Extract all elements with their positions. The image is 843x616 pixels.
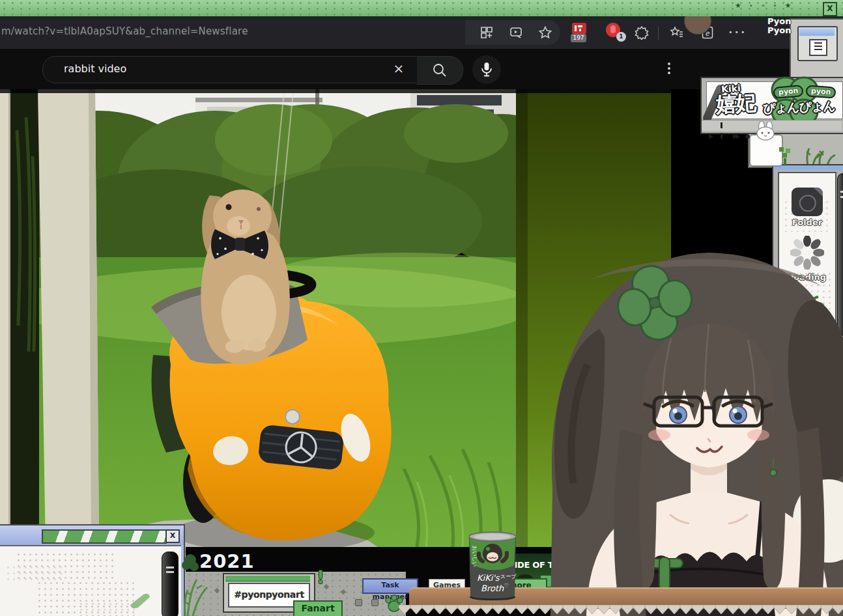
search-clear-icon[interactable]: × xyxy=(390,60,408,78)
fanart-button[interactable]: Fanart xyxy=(293,600,343,616)
browser-menu-icon[interactable]: ••• xyxy=(728,28,747,36)
overlay-panel-top xyxy=(790,18,843,79)
browser-toolbar: m/watch?v=tlblA0apSUY&ab_channel=Newsfla… xyxy=(0,16,843,49)
vine-decoration xyxy=(181,546,211,616)
web-capture-icon[interactable] xyxy=(509,25,523,40)
mini-window-titlebar xyxy=(799,28,835,36)
kikis-broth-can: おいしい KiKi's Broth スープ ♡ xyxy=(466,531,519,602)
ascii-window-scrollbar[interactable] xyxy=(162,552,179,616)
play-icon[interactable]: ▶ xyxy=(709,133,713,139)
notification-badge: 1 xyxy=(616,32,626,42)
split-screen-icon[interactable] xyxy=(479,25,494,40)
sidebar-scrollbar[interactable] xyxy=(837,173,843,376)
address-bar[interactable]: m/watch?v=tlblA0apSUY&ab_channel=Newsfla… xyxy=(1,25,248,37)
adblock-extension-icon[interactable] xyxy=(572,23,586,34)
logo-panel: Kiki 嬉妃 ぴょんぴょん pyon pyon xyxy=(706,81,843,119)
search-icon xyxy=(432,63,448,78)
carrot-icon[interactable] xyxy=(788,294,826,328)
mic-icon xyxy=(480,62,493,77)
collections-icon[interactable] xyxy=(670,25,684,40)
stream-screen: 2021 Y SIDE OF TIK › Task manager Games … xyxy=(0,0,843,616)
sidebar-content: Folder Loading p xyxy=(778,172,836,379)
ascii-art-canvas xyxy=(0,545,181,616)
extensions-gear-icon[interactable] xyxy=(635,25,649,40)
record-icon[interactable]: ● xyxy=(745,133,750,139)
can-heart: ♡ xyxy=(504,583,509,589)
can-name-1: KiKi's xyxy=(477,573,500,583)
desktop-icons-window: Folder Loading p xyxy=(772,164,843,384)
search-input[interactable] xyxy=(63,62,378,76)
carrot-label: pys xyxy=(779,329,835,339)
hashtag-titlebar xyxy=(225,576,310,581)
banner-close-button[interactable]: X xyxy=(823,2,837,16)
loading-icon[interactable] xyxy=(790,236,824,270)
hidden-icon xyxy=(795,359,818,379)
exclamation-decoration: ! xyxy=(317,568,324,587)
toolbar-divider xyxy=(658,27,659,40)
loading-label: Loading xyxy=(779,272,835,282)
pyon-badge-right: pyon xyxy=(805,85,836,98)
can-soup-text: スープ xyxy=(500,574,517,580)
lace-trim xyxy=(399,605,843,616)
folder-icon[interactable] xyxy=(792,188,823,216)
banner-stars: ★ ⋆ ∘ ⋆ ★ xyxy=(735,1,793,10)
bunny-icon xyxy=(753,121,778,141)
logo-kanji-text: 嬉妃 xyxy=(715,89,756,119)
ascii-window-titlebar[interactable]: X xyxy=(0,525,184,545)
kebab-menu-icon[interactable] xyxy=(664,61,674,77)
avatar-mouth xyxy=(697,447,722,452)
stream-top-banner xyxy=(0,0,843,16)
sidebar-titlebar xyxy=(773,165,843,170)
mini-carrot-icon xyxy=(128,589,154,609)
earring xyxy=(770,469,777,476)
search-box[interactable] xyxy=(42,56,418,83)
pixel-plant-icon xyxy=(777,146,793,165)
ascii-window-close-button[interactable]: X xyxy=(165,529,180,543)
extension-badge: 197 xyxy=(571,34,586,42)
mini-window xyxy=(797,26,838,61)
favorite-star-icon[interactable] xyxy=(538,25,552,40)
can-name-2: Broth xyxy=(481,583,504,593)
folder-label: Folder xyxy=(779,217,835,227)
taskbar-dot xyxy=(355,599,362,606)
pause-icon[interactable] xyxy=(721,121,726,127)
menu-window-icon[interactable] xyxy=(809,39,827,56)
sleeve-puff xyxy=(793,479,843,563)
can-tasty-text: おいしい xyxy=(472,546,478,567)
fast-forward-icon[interactable]: ▶▶ xyxy=(733,133,738,139)
logo-kana-text: ぴょんぴょん xyxy=(763,98,836,117)
progress-bar xyxy=(42,529,167,544)
ascii-art-window: X xyxy=(0,524,185,616)
avatar-eyes xyxy=(663,401,753,423)
